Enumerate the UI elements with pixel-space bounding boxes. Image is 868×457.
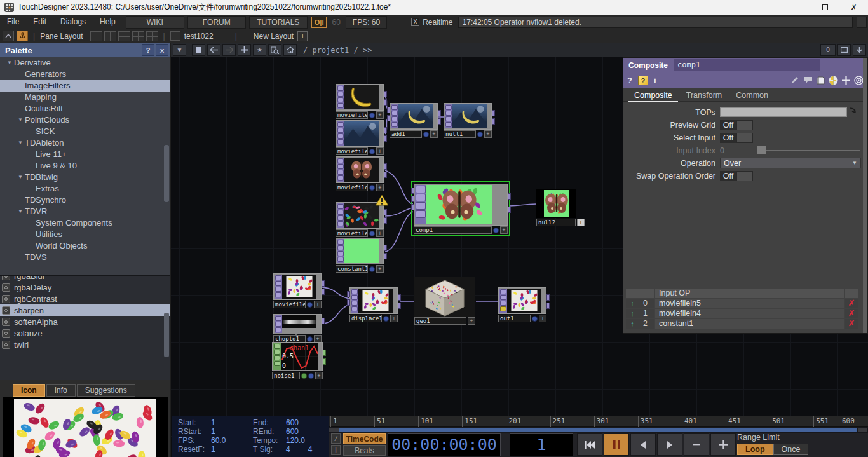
toggle-switch[interactable] [736, 120, 753, 130]
node-displace1[interactable]: displace1+ [349, 287, 398, 322]
close-button[interactable]: ✗ [839, 0, 868, 15]
node-flag-icon[interactable] [275, 292, 281, 297]
python-help-icon[interactable]: ? [638, 76, 648, 85]
palette-component-rgbablur[interactable]: rgbaBlur [0, 275, 170, 282]
output-connector[interactable] [546, 294, 550, 301]
node-flag-icon[interactable] [416, 202, 426, 210]
node-name-field[interactable]: null1 [444, 130, 476, 138]
node-flag-icon[interactable] [337, 133, 344, 139]
blue-bypass-dot[interactable] [423, 132, 429, 137]
loop-button[interactable]: Loop [737, 444, 773, 455]
node-flag-icon[interactable] [351, 306, 358, 311]
node-flag-icon[interactable] [275, 327, 281, 332]
comment-icon[interactable] [803, 76, 813, 85]
layout-three-pane-button[interactable] [132, 31, 144, 41]
node-flag-icon[interactable] [275, 287, 281, 292]
timeline-ruler[interactable]: 151101151201251301351401451501551600 [329, 416, 868, 427]
timeline-range-bar[interactable]: ⋯ ⋯ [329, 427, 868, 433]
frame-display[interactable]: 1 [510, 433, 573, 456]
palette-component-solarize[interactable]: solarize [0, 327, 170, 339]
expand-triangle-icon[interactable]: ▼ [5, 57, 14, 69]
jump-to-start-button[interactable] [577, 433, 602, 456]
help-icon[interactable]: ? [627, 76, 632, 85]
menu-dialogs[interactable]: Dialogs [53, 15, 93, 29]
node-flag-icon[interactable] [337, 139, 344, 144]
info-icon[interactable]: i [654, 76, 656, 85]
add-parameter-icon[interactable] [842, 76, 850, 85]
blue-bypass-dot[interactable] [307, 336, 313, 342]
operator-name-field[interactable]: comp1 [674, 59, 820, 71]
node-expand-button[interactable]: + [376, 229, 384, 237]
palette-tree-item-tdbitwig[interactable]: ▼TDBitwig [0, 172, 170, 183]
collapse-pane-icon[interactable] [853, 44, 866, 56]
output-connector[interactable] [322, 318, 325, 324]
node-expand-button[interactable]: + [430, 130, 438, 138]
node-name-field[interactable]: moviefilein1 [273, 301, 306, 308]
range-fill[interactable] [339, 428, 857, 432]
output-connector[interactable] [323, 358, 326, 365]
param-label[interactable]: Input Index [623, 146, 720, 155]
node-name-field[interactable]: add1 [390, 130, 422, 138]
output-connector[interactable] [398, 303, 401, 309]
timeline-value[interactable]: 4 [308, 445, 313, 454]
node-expand-button[interactable]: + [376, 184, 384, 191]
layout-grid-button[interactable] [146, 31, 158, 41]
timeline-value[interactable]: 1 [211, 418, 253, 427]
node-expand-button[interactable]: + [376, 265, 384, 273]
palette-component-softenalpha[interactable]: softenAlpha [0, 316, 170, 327]
expand-pane-icon[interactable] [3, 31, 14, 41]
expand-triangle-icon[interactable]: ▼ [16, 206, 25, 217]
output-connector[interactable] [384, 99, 387, 106]
stop-icon[interactable] [192, 44, 205, 56]
palette-component-twirl[interactable]: twirl [0, 339, 170, 350]
node-flag-icon[interactable] [416, 194, 426, 201]
palette-component-rgbcontrast[interactable]: rgbContrast [0, 293, 170, 304]
node-expand-button[interactable]: + [314, 301, 322, 308]
palette-tree-item-tdvr[interactable]: ▼TDVR [0, 206, 170, 217]
node-flag-icon[interactable] [337, 215, 344, 221]
palette-tree-item-mapping[interactable]: Mapping [0, 92, 170, 103]
blue-bypass-dot[interactable] [307, 302, 313, 308]
warning-icon[interactable] [375, 194, 389, 208]
blue-bypass-dot[interactable] [477, 132, 483, 137]
node-out1[interactable]: out1+ [498, 287, 546, 322]
palette-tree-item-derivative[interactable]: ▼Derivative [0, 57, 170, 69]
palette-tree-item-pointclouds[interactable]: ▼PointClouds [0, 114, 170, 126]
input-connector[interactable] [411, 188, 414, 194]
palette-tab-info[interactable]: Info [46, 384, 76, 397]
node-null2[interactable]: null2+ [536, 189, 585, 226]
delete-input-icon[interactable]: ✗ [845, 299, 858, 308]
edit-pencil-icon[interactable] [790, 76, 799, 85]
node-flag-icon[interactable] [445, 122, 452, 127]
node-flag-icon[interactable] [351, 301, 358, 306]
node-flag-icon[interactable] [274, 350, 280, 355]
output-connector[interactable] [384, 91, 387, 97]
output-connector[interactable] [492, 110, 495, 116]
param-label[interactable]: Swap Operation Order [623, 172, 720, 181]
output-connector[interactable] [492, 118, 495, 125]
slider-track[interactable] [766, 150, 860, 151]
node-flag-icon[interactable] [274, 355, 280, 360]
move-up-icon[interactable]: ↑ [626, 309, 639, 318]
menu-file[interactable]: File [0, 15, 26, 29]
node-flag-icon[interactable] [416, 210, 426, 218]
node-flag-icon[interactable] [274, 344, 280, 349]
network-menu-icon[interactable]: ▼ [173, 44, 186, 56]
maximize-button[interactable] [811, 0, 839, 15]
tops-input-field[interactable] [720, 107, 847, 117]
node-expand-button[interactable]: + [484, 130, 492, 138]
node-flag-icon[interactable] [500, 295, 506, 300]
toggle-value[interactable]: Off [720, 120, 736, 130]
node-flag-icon[interactable] [337, 92, 344, 97]
expand-triangle-icon[interactable]: ▼ [16, 137, 25, 149]
node-flag-icon[interactable] [445, 116, 452, 121]
output-connector[interactable] [384, 245, 387, 251]
node-expand-button[interactable]: + [390, 315, 398, 322]
menu-help[interactable]: Help [93, 15, 123, 29]
node-flag-icon[interactable] [275, 322, 281, 327]
node-flag-icon[interactable] [337, 251, 344, 256]
expand-triangle-icon[interactable]: ▼ [16, 114, 25, 126]
output-connector[interactable] [384, 127, 387, 133]
beats-mode-button[interactable]: Beats [343, 445, 386, 456]
node-name-field[interactable]: constant1 [336, 265, 368, 273]
